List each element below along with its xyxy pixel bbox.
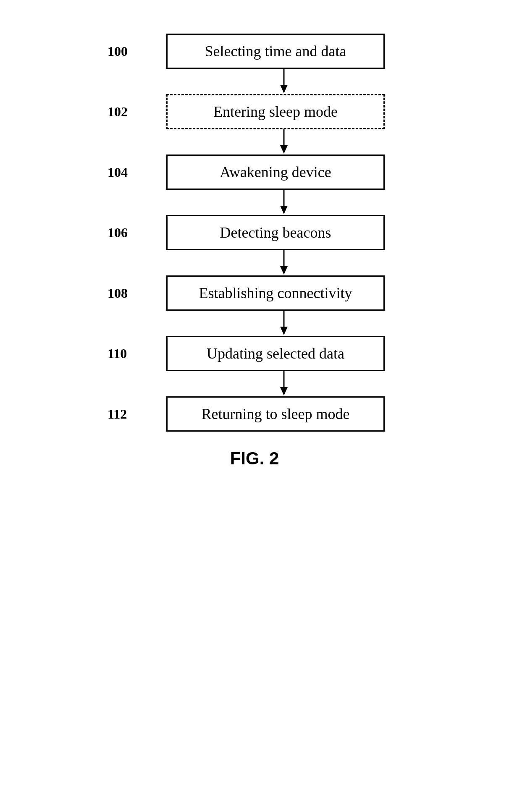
label-110: 110 <box>108 346 127 361</box>
svg-marker-7 <box>280 266 288 275</box>
svg-marker-11 <box>280 387 288 396</box>
arrow-6 <box>175 371 393 396</box>
arrow-2 <box>175 129 393 155</box>
step-row-102: 102 Entering sleep mode <box>108 94 401 129</box>
label-100: 100 <box>108 44 128 59</box>
box-102: Entering sleep mode <box>166 94 385 129</box>
label-106: 106 <box>108 225 128 241</box>
box-100: Selecting time and data <box>166 34 385 69</box>
arrow-5 <box>175 311 393 336</box>
step-row-104: 104 Awakening device <box>108 155 401 190</box>
flow-wrapper: 100 Selecting time and data 102 Entering… <box>108 34 401 432</box>
step-row-106: 106 Detecting beacons <box>108 215 401 250</box>
figure-label: FIG. 2 <box>230 448 279 469</box>
svg-marker-1 <box>280 85 288 93</box>
svg-marker-9 <box>280 327 288 335</box>
label-108: 108 <box>108 286 128 301</box>
arrow-1 <box>175 69 393 94</box>
step-row-100: 100 Selecting time and data <box>108 34 401 69</box>
box-112: Returning to sleep mode <box>166 396 385 432</box>
label-102: 102 <box>108 104 128 120</box>
label-104: 104 <box>108 165 128 180</box>
diagram-container: 100 Selecting time and data 102 Entering… <box>0 0 509 812</box>
step-row-112: 112 Returning to sleep mode <box>108 396 401 432</box>
svg-marker-5 <box>280 206 288 214</box>
box-110: Updating selected data <box>166 336 385 371</box>
step-row-110: 110 Updating selected data <box>108 336 401 371</box>
label-112: 112 <box>108 406 127 422</box>
svg-marker-3 <box>280 145 288 154</box>
arrow-4 <box>175 250 393 275</box>
step-row-108: 108 Establishing connectivity <box>108 275 401 311</box>
box-108: Establishing connectivity <box>166 275 385 311</box>
box-104: Awakening device <box>166 155 385 190</box>
box-106: Detecting beacons <box>166 215 385 250</box>
arrow-3 <box>175 190 393 215</box>
